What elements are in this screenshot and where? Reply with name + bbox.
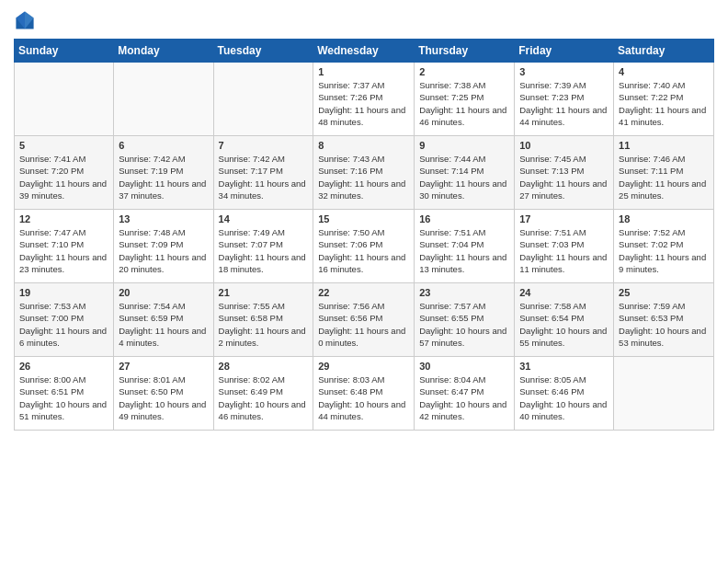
day-number: 7: [219, 140, 309, 151]
calendar-cell: 12Sunrise: 7:47 AM Sunset: 7:10 PM Dayli…: [15, 210, 114, 283]
calendar-cell: 31Sunrise: 8:05 AM Sunset: 6:46 PM Dayli…: [515, 357, 614, 431]
calendar-cell: 6Sunrise: 7:42 AM Sunset: 7:19 PM Daylig…: [114, 136, 213, 210]
day-number: 13: [119, 213, 208, 224]
day-info: Sunrise: 7:45 AM Sunset: 7:13 PM Dayligh…: [519, 153, 609, 201]
week-row-4: 19Sunrise: 7:53 AM Sunset: 7:00 PM Dayli…: [15, 283, 714, 357]
calendar-cell: 21Sunrise: 7:55 AM Sunset: 6:58 PM Dayli…: [213, 283, 313, 357]
calendar-cell: 4Sunrise: 7:40 AM Sunset: 7:22 PM Daylig…: [614, 63, 714, 136]
calendar-cell: 19Sunrise: 7:53 AM Sunset: 7:00 PM Dayli…: [15, 283, 114, 357]
day-info: Sunrise: 7:41 AM Sunset: 7:20 PM Dayligh…: [19, 153, 108, 201]
day-number: 25: [619, 287, 709, 298]
day-number: 23: [419, 287, 509, 298]
week-row-1: 1Sunrise: 7:37 AM Sunset: 7:26 PM Daylig…: [15, 63, 714, 136]
day-info: Sunrise: 8:01 AM Sunset: 6:50 PM Dayligh…: [119, 373, 208, 422]
day-info: Sunrise: 8:02 AM Sunset: 6:49 PM Dayligh…: [219, 373, 309, 422]
day-info: Sunrise: 8:00 AM Sunset: 6:51 PM Dayligh…: [19, 373, 108, 422]
weekday-header-wednesday: Wednesday: [313, 40, 415, 63]
calendar-cell: 20Sunrise: 7:54 AM Sunset: 6:59 PM Dayli…: [114, 283, 213, 357]
day-info: Sunrise: 7:56 AM Sunset: 6:56 PM Dayligh…: [318, 300, 409, 349]
calendar-cell: [114, 63, 213, 136]
day-number: 30: [419, 361, 509, 372]
day-info: Sunrise: 7:54 AM Sunset: 6:59 PM Dayligh…: [119, 300, 208, 349]
weekday-header-row: SundayMondayTuesdayWednesdayThursdayFrid…: [15, 40, 714, 63]
header: [14, 9, 714, 31]
day-info: Sunrise: 7:40 AM Sunset: 7:22 PM Dayligh…: [619, 79, 709, 128]
day-info: Sunrise: 7:50 AM Sunset: 7:06 PM Dayligh…: [318, 226, 409, 275]
day-number: 5: [19, 140, 108, 151]
calendar-cell: 26Sunrise: 8:00 AM Sunset: 6:51 PM Dayli…: [15, 357, 114, 431]
day-number: 1: [318, 66, 409, 77]
day-number: 18: [619, 213, 709, 224]
calendar-table: SundayMondayTuesdayWednesdayThursdayFrid…: [14, 39, 714, 431]
calendar-cell: 13Sunrise: 7:48 AM Sunset: 7:09 PM Dayli…: [114, 210, 213, 283]
day-info: Sunrise: 7:49 AM Sunset: 7:07 PM Dayligh…: [219, 226, 309, 275]
page-container: SundayMondayTuesdayWednesdayThursdayFrid…: [0, 0, 728, 440]
day-number: 26: [19, 361, 108, 372]
day-info: Sunrise: 7:58 AM Sunset: 6:54 PM Dayligh…: [519, 300, 609, 349]
day-number: 3: [519, 66, 609, 77]
weekday-header-saturday: Saturday: [614, 40, 714, 63]
weekday-header-sunday: Sunday: [15, 40, 114, 63]
day-info: Sunrise: 8:04 AM Sunset: 6:47 PM Dayligh…: [419, 373, 509, 422]
day-info: Sunrise: 8:05 AM Sunset: 6:46 PM Dayligh…: [519, 373, 609, 422]
day-number: 21: [219, 287, 309, 298]
day-number: 9: [419, 140, 509, 151]
day-number: 17: [519, 213, 609, 224]
logo: [14, 9, 40, 31]
day-number: 29: [318, 361, 409, 372]
logo-icon: [14, 9, 36, 31]
calendar-cell: 11Sunrise: 7:46 AM Sunset: 7:11 PM Dayli…: [614, 136, 714, 210]
calendar-cell: 8Sunrise: 7:43 AM Sunset: 7:16 PM Daylig…: [313, 136, 415, 210]
calendar-cell: 22Sunrise: 7:56 AM Sunset: 6:56 PM Dayli…: [313, 283, 415, 357]
day-number: 20: [119, 287, 208, 298]
day-info: Sunrise: 7:57 AM Sunset: 6:55 PM Dayligh…: [419, 300, 509, 349]
weekday-header-thursday: Thursday: [415, 40, 515, 63]
calendar-cell: [614, 357, 714, 431]
day-number: 12: [19, 213, 108, 224]
day-info: Sunrise: 7:51 AM Sunset: 7:04 PM Dayligh…: [419, 226, 509, 275]
calendar-cell: 14Sunrise: 7:49 AM Sunset: 7:07 PM Dayli…: [213, 210, 313, 283]
calendar-cell: 15Sunrise: 7:50 AM Sunset: 7:06 PM Dayli…: [313, 210, 415, 283]
day-number: 27: [119, 361, 208, 372]
calendar-cell: 18Sunrise: 7:52 AM Sunset: 7:02 PM Dayli…: [614, 210, 714, 283]
calendar-cell: 28Sunrise: 8:02 AM Sunset: 6:49 PM Dayli…: [213, 357, 313, 431]
calendar-cell: 2Sunrise: 7:38 AM Sunset: 7:25 PM Daylig…: [415, 63, 515, 136]
day-info: Sunrise: 7:47 AM Sunset: 7:10 PM Dayligh…: [19, 226, 108, 275]
day-number: 8: [318, 140, 409, 151]
day-number: 24: [519, 287, 609, 298]
day-info: Sunrise: 7:42 AM Sunset: 7:19 PM Dayligh…: [119, 153, 208, 201]
day-info: Sunrise: 7:53 AM Sunset: 7:00 PM Dayligh…: [19, 300, 108, 349]
weekday-header-monday: Monday: [114, 40, 213, 63]
day-info: Sunrise: 7:37 AM Sunset: 7:26 PM Dayligh…: [318, 79, 409, 128]
week-row-2: 5Sunrise: 7:41 AM Sunset: 7:20 PM Daylig…: [15, 136, 714, 210]
day-info: Sunrise: 7:42 AM Sunset: 7:17 PM Dayligh…: [219, 153, 309, 201]
calendar-cell: 3Sunrise: 7:39 AM Sunset: 7:23 PM Daylig…: [515, 63, 614, 136]
day-number: 6: [119, 140, 208, 151]
calendar-cell: [213, 63, 313, 136]
day-info: Sunrise: 7:38 AM Sunset: 7:25 PM Dayligh…: [419, 79, 509, 128]
calendar-cell: 24Sunrise: 7:58 AM Sunset: 6:54 PM Dayli…: [515, 283, 614, 357]
calendar-cell: [15, 63, 114, 136]
day-info: Sunrise: 7:52 AM Sunset: 7:02 PM Dayligh…: [619, 226, 709, 275]
day-number: 10: [519, 140, 609, 151]
calendar-cell: 30Sunrise: 8:04 AM Sunset: 6:47 PM Dayli…: [415, 357, 515, 431]
calendar-cell: 27Sunrise: 8:01 AM Sunset: 6:50 PM Dayli…: [114, 357, 213, 431]
day-number: 16: [419, 213, 509, 224]
day-info: Sunrise: 7:39 AM Sunset: 7:23 PM Dayligh…: [519, 79, 609, 128]
day-number: 22: [318, 287, 409, 298]
day-info: Sunrise: 7:44 AM Sunset: 7:14 PM Dayligh…: [419, 153, 509, 201]
day-number: 4: [619, 66, 709, 77]
day-info: Sunrise: 7:59 AM Sunset: 6:53 PM Dayligh…: [619, 300, 709, 349]
calendar-cell: 23Sunrise: 7:57 AM Sunset: 6:55 PM Dayli…: [415, 283, 515, 357]
day-number: 19: [19, 287, 108, 298]
week-row-3: 12Sunrise: 7:47 AM Sunset: 7:10 PM Dayli…: [15, 210, 714, 283]
day-number: 31: [519, 361, 609, 372]
weekday-header-friday: Friday: [515, 40, 614, 63]
calendar-cell: 16Sunrise: 7:51 AM Sunset: 7:04 PM Dayli…: [415, 210, 515, 283]
calendar-cell: 25Sunrise: 7:59 AM Sunset: 6:53 PM Dayli…: [614, 283, 714, 357]
calendar-cell: 9Sunrise: 7:44 AM Sunset: 7:14 PM Daylig…: [415, 136, 515, 210]
day-number: 11: [619, 140, 709, 151]
day-info: Sunrise: 7:46 AM Sunset: 7:11 PM Dayligh…: [619, 153, 709, 201]
day-number: 14: [219, 213, 309, 224]
calendar-cell: 7Sunrise: 7:42 AM Sunset: 7:17 PM Daylig…: [213, 136, 313, 210]
